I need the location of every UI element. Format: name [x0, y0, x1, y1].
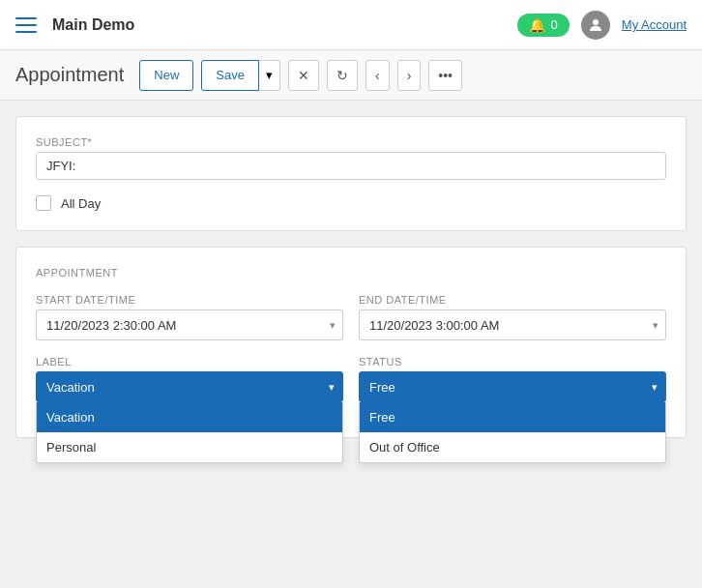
- all-day-checkbox[interactable]: [36, 195, 51, 211]
- main-content: SUBJECT* All Day APPOINTMENT START DATE/…: [0, 101, 702, 588]
- all-day-label: All Day: [61, 196, 101, 211]
- status-dropdown-arrow-icon: ▾: [652, 381, 658, 394]
- subject-card: SUBJECT* All Day: [15, 116, 687, 231]
- start-date-wrapper: 11/20/2023 2:30:00 AM ▾: [36, 309, 343, 340]
- ellipsis-icon: •••: [438, 68, 453, 83]
- label-dropdown-arrow-icon: ▾: [329, 381, 335, 394]
- save-group: Save ▾: [201, 60, 280, 91]
- avatar: [581, 11, 610, 40]
- start-date-select[interactable]: 11/20/2023 2:30:00 AM: [36, 309, 343, 340]
- status-option-free[interactable]: Free: [360, 402, 665, 432]
- refresh-icon: ↻: [336, 68, 348, 83]
- chevron-down-icon: ▾: [266, 68, 273, 82]
- label-selected-text: Vacation: [46, 380, 95, 395]
- more-button[interactable]: •••: [428, 60, 462, 91]
- close-icon: ✕: [298, 68, 309, 83]
- end-date-select[interactable]: 11/20/2023 3:00:00 AM: [359, 309, 666, 340]
- subject-input[interactable]: [36, 152, 666, 180]
- label-dropdown-menu: Vacation Personal: [36, 402, 343, 463]
- notification-count: 0: [551, 17, 558, 32]
- bell-icon: 🔔: [529, 17, 545, 33]
- label-option-personal[interactable]: Personal: [37, 432, 342, 462]
- svg-point-0: [593, 19, 599, 25]
- save-button[interactable]: Save: [201, 60, 259, 91]
- refresh-button[interactable]: ↻: [327, 60, 358, 91]
- new-button[interactable]: New: [139, 60, 193, 91]
- page-title: Appointment: [15, 64, 124, 86]
- label-option-vacation[interactable]: Vacation: [37, 402, 342, 432]
- start-col: START DATE/TIME 11/20/2023 2:30:00 AM ▾: [36, 294, 343, 340]
- cancel-button[interactable]: ✕: [288, 60, 319, 91]
- appointment-card: APPOINTMENT START DATE/TIME 11/20/2023 2…: [15, 247, 687, 438]
- label-label: LABEL: [36, 356, 343, 368]
- hamburger-menu[interactable]: [15, 17, 37, 33]
- app-title: Main Demo: [52, 16, 134, 34]
- status-label: STATUS: [359, 356, 666, 368]
- prev-button[interactable]: ‹: [366, 60, 390, 91]
- label-selected[interactable]: Vacation ▾: [36, 371, 343, 402]
- end-label: END DATE/TIME: [359, 294, 666, 306]
- my-account-link[interactable]: My Account: [622, 17, 687, 32]
- status-dropdown-menu: Free Out of Office: [359, 402, 666, 463]
- status-col: STATUS Free ▾ Free Out of Office: [359, 356, 666, 402]
- status-select-wrapper: Free ▾ Free Out of Office: [359, 371, 666, 402]
- notification-button[interactable]: 🔔 0: [517, 14, 570, 37]
- header-right: 🔔 0 My Account: [517, 11, 687, 40]
- subject-label: SUBJECT*: [36, 136, 666, 148]
- chevron-right-icon: ›: [407, 68, 412, 83]
- status-selected-text: Free: [369, 380, 395, 395]
- end-date-wrapper: 11/20/2023 3:00:00 AM ▾: [359, 309, 666, 340]
- next-button[interactable]: ›: [397, 60, 422, 91]
- start-label: START DATE/TIME: [36, 294, 343, 306]
- status-option-out-of-office[interactable]: Out of Office: [360, 432, 665, 462]
- end-col: END DATE/TIME 11/20/2023 3:00:00 AM ▾: [359, 294, 666, 340]
- date-row: START DATE/TIME 11/20/2023 2:30:00 AM ▾ …: [36, 294, 666, 340]
- toolbar: Appointment New Save ▾ ✕ ↻ ‹ › •••: [0, 50, 702, 101]
- app-header: Main Demo 🔔 0 My Account: [0, 0, 702, 50]
- subject-group: SUBJECT*: [36, 136, 666, 180]
- status-selected[interactable]: Free ▾: [359, 371, 666, 402]
- save-dropdown-button[interactable]: ▾: [259, 60, 280, 91]
- label-status-row: LABEL Vacation ▾ Vacation Personal: [36, 356, 666, 402]
- appointment-section-label: APPOINTMENT: [36, 267, 666, 279]
- label-col: LABEL Vacation ▾ Vacation Personal: [36, 356, 343, 402]
- all-day-row: All Day: [36, 195, 666, 211]
- label-select-wrapper: Vacation ▾ Vacation Personal: [36, 371, 343, 402]
- chevron-left-icon: ‹: [375, 68, 380, 83]
